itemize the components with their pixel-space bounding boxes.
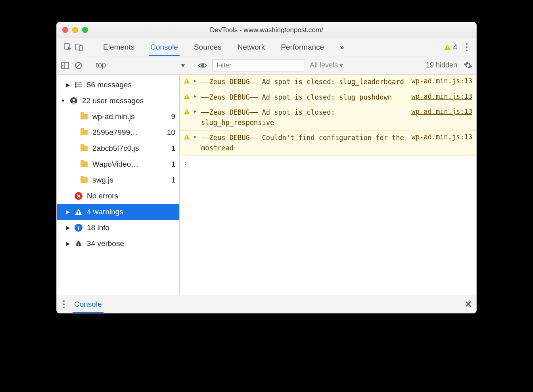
zoom-window-button[interactable] (82, 27, 88, 33)
message-text: ––Zeus DEBUG–– Ad spot is closed: slug_h… (201, 108, 405, 128)
close-icon[interactable]: ✕ (464, 299, 472, 310)
chevron-down-icon: ▾ (181, 61, 185, 70)
sidebar-item-errors[interactable]: ✕ No errors (57, 188, 179, 204)
context-selector-label: top (96, 61, 106, 69)
top-warnings-badge[interactable]: 4 (444, 43, 457, 52)
sidebar-item-warnings[interactable]: ▶ 4 warnings (57, 204, 179, 220)
folder-icon (80, 128, 88, 137)
menu-kebab-button[interactable] (464, 43, 470, 51)
sidebar-file-count: 10 (167, 128, 175, 137)
console-message[interactable]: ▶ ––Zeus DEBUG–– Couldn't find configura… (180, 131, 476, 156)
close-window-button[interactable] (62, 27, 68, 33)
svg-point-9 (201, 64, 204, 67)
sidebar-item-label: No errors (87, 192, 175, 200)
svg-point-15 (75, 86, 76, 87)
sidebar-file-count: 1 (167, 176, 175, 184)
info-icon: i (74, 223, 83, 232)
device-toolbar-icon[interactable] (74, 42, 84, 52)
caret-right-icon: ▶ (65, 241, 70, 246)
console-pane: ▶ ––Zeus DEBUG–– Ad spot is closed: slug… (180, 75, 476, 295)
sidebar-item-label: 34 verbose (87, 239, 175, 248)
sidebar-file-item[interactable]: wp-ad.min.js 9 (57, 109, 179, 125)
folder-icon (80, 112, 88, 121)
hidden-count[interactable]: 19 hidden (426, 61, 457, 69)
filter-input[interactable] (212, 60, 305, 71)
svg-rect-27 (186, 111, 187, 112)
tab-overflow-label: » (340, 43, 344, 52)
caret-right-icon: ▶ (194, 92, 198, 103)
caret-right-icon: ▶ (194, 108, 198, 128)
caret-right-icon: ▶ (65, 209, 70, 215)
live-expression-icon[interactable] (198, 61, 207, 70)
sidebar-item-label: 56 messages (87, 81, 175, 89)
sidebar-file-count: 1 (167, 144, 175, 153)
context-selector[interactable]: top ▾ (93, 60, 188, 71)
console-message[interactable]: ▶ ––Zeus DEBUG–– Ad spot is closed: slug… (180, 75, 476, 90)
message-source-link[interactable]: wp-ad.min.js:13 (408, 92, 472, 103)
sidebar-file-item[interactable]: swg.js 1 (57, 172, 179, 188)
warning-icon (444, 44, 451, 51)
tab-overflow[interactable]: » (332, 38, 352, 56)
tab-sources[interactable]: Sources (186, 38, 230, 56)
svg-line-8 (77, 63, 81, 67)
sidebar-file-name: 2595e7999… (92, 128, 163, 137)
sidebar-item-label: 22 user messages (82, 96, 175, 105)
tab-network[interactable]: Network (230, 38, 273, 56)
message-text: ––Zeus DEBUG–– Ad spot is closed: slug_p… (201, 92, 405, 103)
window-title: DevTools - www.washingtonpost.com/ (57, 26, 476, 34)
message-source-link[interactable]: wp-ad.min.js:13 (408, 77, 472, 87)
svg-point-13 (75, 83, 76, 83)
svg-point-14 (75, 85, 76, 85)
sidebar-item-user-messages[interactable]: ▼ 22 user messages (57, 93, 179, 109)
warning-icon (184, 108, 191, 128)
levels-dropdown[interactable]: All levels ▾ (310, 61, 343, 70)
console-main: ▶ 56 messages ▼ 22 user messages wp-ad.m… (57, 75, 476, 295)
sidebar-file-item[interactable]: 2595e7999… 10 (57, 125, 179, 140)
sidebar-file-item[interactable]: WapoVideo… 1 (57, 156, 179, 172)
drawer-tab-label: Console (74, 300, 102, 309)
message-text: ––Zeus DEBUG–– Ad spot is closed: slug_l… (201, 77, 405, 87)
svg-rect-29 (186, 136, 187, 138)
user-icon (69, 96, 78, 105)
folder-icon (80, 176, 88, 184)
tab-elements-label: Elements (103, 43, 134, 52)
warning-icon (184, 133, 191, 153)
svg-rect-4 (447, 48, 448, 49)
sidebar-item-verbose[interactable]: ▶ 34 verbose (57, 236, 179, 252)
prompt-symbol: › (184, 159, 188, 167)
bug-icon (74, 240, 83, 248)
console-message[interactable]: ▶ ––Zeus DEBUG–– Ad spot is closed: slug… (180, 90, 476, 106)
svg-rect-3 (447, 46, 448, 48)
sidebar-file-item[interactable]: 2abcb5f7c0.js 1 (57, 140, 179, 156)
message-source-link[interactable]: wp-ad.min.js:13 (408, 133, 472, 153)
tab-console[interactable]: Console (142, 38, 186, 56)
sidebar-file-count: 9 (167, 112, 175, 121)
tab-elements[interactable]: Elements (95, 38, 142, 56)
sidebar-item-info[interactable]: ▶ i 18 info (57, 220, 179, 236)
svg-rect-26 (186, 98, 187, 98)
sidebar-file-name: 2abcb5f7c0.js (92, 144, 163, 153)
svg-rect-2 (79, 46, 82, 51)
tab-performance-label: Performance (281, 43, 324, 52)
caret-right-icon: ▶ (194, 133, 198, 153)
drawer: Console ✕ (57, 295, 476, 313)
clear-console-icon[interactable] (74, 61, 83, 70)
devtools-window: DevTools - www.washingtonpost.com/ Eleme… (56, 22, 477, 313)
console-prompt[interactable]: › (180, 156, 476, 170)
inspect-element-icon[interactable] (63, 42, 73, 52)
toggle-sidebar-icon[interactable] (61, 61, 69, 70)
message-source-link[interactable]: wp-ad.min.js:13 (408, 108, 472, 128)
traffic-lights (62, 27, 88, 33)
sidebar-item-label: 18 info (87, 223, 175, 232)
console-message[interactable]: ▶ ––Zeus DEBUG–– Ad spot is closed: slug… (180, 105, 476, 131)
warning-icon (184, 77, 191, 87)
levels-label: All levels (310, 61, 338, 69)
sidebar-file-name: WapoVideo… (92, 160, 163, 169)
drawer-tab-console[interactable]: Console (73, 295, 104, 313)
gear-icon[interactable] (464, 61, 472, 70)
sidebar-item-messages[interactable]: ▶ 56 messages (57, 77, 179, 93)
minimize-window-button[interactable] (72, 27, 78, 33)
drawer-menu-button[interactable] (61, 300, 67, 308)
tab-performance[interactable]: Performance (273, 38, 332, 56)
svg-rect-25 (186, 95, 187, 97)
